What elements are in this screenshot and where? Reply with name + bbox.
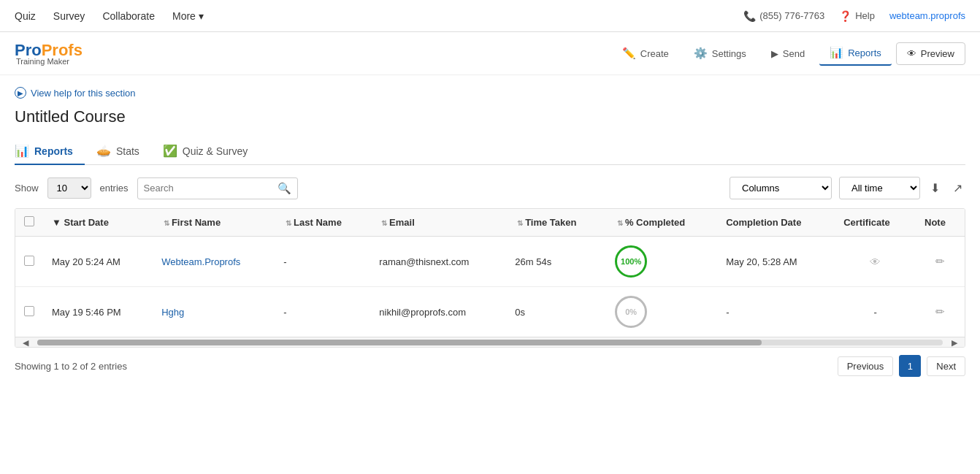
- show-label: Show: [15, 183, 39, 194]
- previous-button[interactable]: Previous: [838, 356, 894, 376]
- row-checkbox[interactable]: [24, 256, 34, 266]
- toolbar-right: Columns All time Today This week This mo…: [730, 177, 965, 199]
- cell-first-name: Hghg: [153, 287, 275, 337]
- top-nav-left: Quiz Survey Collaborate More ▾: [15, 10, 743, 22]
- top-nav-right: (855) 776-7763 Help webteam.proprofs: [743, 10, 965, 22]
- share-button[interactable]: ↗: [950, 178, 965, 198]
- reports-tab-icon: 📊: [15, 144, 29, 158]
- col-email[interactable]: ⇅ Email: [370, 209, 506, 237]
- scroll-left-icon[interactable]: ◀: [20, 337, 31, 347]
- horizontal-scrollbar[interactable]: ◀ ▶: [15, 337, 965, 347]
- sort-icon: ⇅: [517, 219, 525, 227]
- note-edit-icon[interactable]: ✏: [935, 255, 945, 267]
- help-icon: [839, 10, 851, 22]
- note-edit-icon[interactable]: ✏: [935, 305, 945, 318]
- nav-collaborate[interactable]: Collaborate: [102, 10, 155, 22]
- reports-button[interactable]: 📊 Reports: [819, 41, 892, 66]
- row-checkbox[interactable]: [24, 306, 34, 316]
- page-title: Untitled Course: [15, 107, 965, 126]
- scrollbar-track: [37, 340, 943, 345]
- cell-certificate: 👁: [835, 237, 916, 287]
- send-button[interactable]: ▶ Send: [761, 43, 815, 64]
- tab-stats[interactable]: 🥧 Stats: [96, 138, 151, 165]
- col-completion-date: Completion Date: [717, 209, 835, 237]
- scroll-right-icon[interactable]: ▶: [949, 337, 960, 347]
- toolbar: Show 10 25 50 100 entries 🔍 Columns All …: [15, 177, 965, 199]
- col-start-date[interactable]: ▼ Start Date: [43, 209, 153, 237]
- nav-quiz[interactable]: Quiz: [15, 10, 36, 22]
- cell-time-taken: 0s: [506, 287, 606, 337]
- tab-reports[interactable]: 📊 Reports: [15, 138, 85, 165]
- download-button[interactable]: ⬇: [927, 178, 943, 198]
- certificate-eye-icon[interactable]: 👁: [870, 256, 881, 268]
- cell-note: ✏: [916, 287, 965, 337]
- help-circle-icon: ▶: [15, 87, 26, 99]
- cell-start-date: May 20 5:24 AM: [43, 237, 153, 287]
- sort-icon: ⇅: [286, 219, 294, 227]
- progress-circle: 0%: [615, 296, 647, 328]
- progress-circle: 100%: [615, 245, 647, 278]
- search-icon: 🔍: [277, 182, 291, 195]
- preview-button[interactable]: 👁 Preview: [896, 42, 965, 65]
- table-row: May 19 5:46 PM Hghg - nikhil@proprofs.co…: [15, 287, 965, 337]
- cell-email: raman@thisnext.com: [370, 237, 506, 287]
- data-table: ▼ Start Date ⇅ First Name ⇅ Last Name ⇅ …: [15, 208, 965, 348]
- top-nav: Quiz Survey Collaborate More ▾ (855) 776…: [0, 0, 980, 32]
- cell-note: ✏: [916, 237, 965, 287]
- pagination: Previous 1 Next: [838, 355, 965, 377]
- user-link[interactable]: webteam.proprofs: [889, 10, 965, 21]
- cell-last-name: -: [275, 237, 370, 287]
- columns-select[interactable]: Columns: [730, 177, 832, 199]
- nav-more[interactable]: More ▾: [172, 10, 204, 22]
- cell-first-name: Webteam.Proprofs: [153, 237, 275, 287]
- entries-select[interactable]: 10 25 50 100: [47, 177, 91, 199]
- entries-label: entries: [100, 183, 129, 194]
- first-name-link[interactable]: Webteam.Proprofs: [161, 256, 240, 267]
- first-name-link[interactable]: Hghg: [161, 307, 184, 318]
- reports-icon: 📊: [830, 46, 843, 59]
- logo: ProProfs Training Maker: [15, 41, 83, 66]
- send-icon: ▶: [771, 48, 778, 59]
- help-link[interactable]: Help: [839, 10, 875, 22]
- cell-completion-date: -: [717, 287, 835, 337]
- logo-sub: Training Maker: [16, 57, 83, 66]
- content: ▶ View help for this section Untitled Co…: [0, 75, 980, 389]
- col-first-name[interactable]: ⇅ First Name: [153, 209, 275, 237]
- eye-preview-icon: 👁: [907, 48, 916, 59]
- create-button[interactable]: ✏️ Create: [612, 42, 679, 65]
- scrollbar-thumb[interactable]: [37, 340, 762, 345]
- phone-link[interactable]: (855) 776-7763: [743, 10, 824, 22]
- help-section-link[interactable]: ▶ View help for this section: [15, 87, 965, 99]
- sort-icon: ⇅: [617, 219, 625, 227]
- row-checkbox-cell: [15, 237, 43, 287]
- cell-time-taken: 26m 54s: [506, 237, 606, 287]
- time-select[interactable]: All time Today This week This month: [839, 177, 920, 199]
- col-time-taken[interactable]: ⇅ Time Taken: [506, 209, 606, 237]
- showing-entries: Showing 1 to 2 of 2 entries: [15, 361, 127, 372]
- cell-pct-completed: 100%: [606, 237, 717, 287]
- settings-button[interactable]: ⚙️ Settings: [684, 42, 757, 65]
- nav-survey[interactable]: Survey: [53, 10, 85, 22]
- cell-last-name: -: [275, 287, 370, 337]
- share-icon: ↗: [953, 182, 962, 194]
- select-all-checkbox[interactable]: [24, 216, 34, 226]
- cell-certificate: -: [835, 287, 916, 337]
- header: ProProfs Training Maker ✏️ Create ⚙️ Set…: [0, 32, 980, 75]
- stats-tab-icon: 🥧: [96, 144, 111, 158]
- header-actions: ✏️ Create ⚙️ Settings ▶ Send 📊 Reports 👁…: [612, 41, 965, 66]
- cell-pct-completed: 0%: [606, 287, 717, 337]
- cell-start-date: May 19 5:46 PM: [43, 287, 153, 337]
- col-last-name[interactable]: ⇅ Last Name: [275, 209, 370, 237]
- page-number-1[interactable]: 1: [899, 355, 921, 377]
- next-button[interactable]: Next: [927, 356, 965, 376]
- table-footer: Showing 1 to 2 of 2 entries Previous 1 N…: [15, 348, 965, 377]
- chevron-down-icon: ▾: [199, 10, 204, 22]
- sort-icon: ⇅: [164, 219, 172, 227]
- tabs: 📊 Reports 🥧 Stats ✅ Quiz & Survey: [15, 138, 965, 165]
- certificate-dash: -: [873, 307, 876, 318]
- search-input[interactable]: [144, 183, 273, 194]
- col-pct-completed[interactable]: ⇅ % Completed: [606, 209, 717, 237]
- tab-quiz-survey[interactable]: ✅ Quiz & Survey: [163, 138, 259, 165]
- cell-email: nikhil@proprofs.com: [370, 287, 506, 337]
- table-row: May 20 5:24 AM Webteam.Proprofs - raman@…: [15, 237, 965, 287]
